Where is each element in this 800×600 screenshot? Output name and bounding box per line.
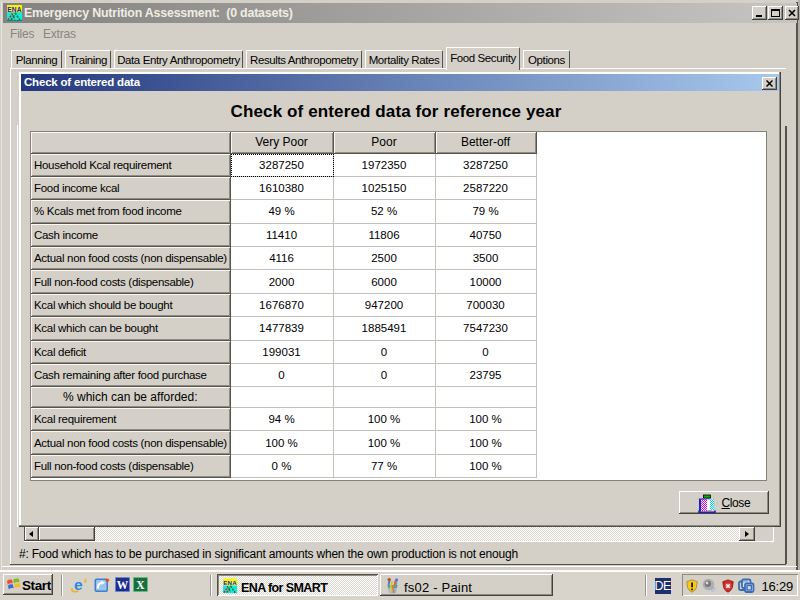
svg-text:X: X (136, 579, 145, 591)
svg-text:ENA: ENA (223, 579, 237, 586)
svg-text:W: W (117, 579, 129, 591)
svg-text:ENA: ENA (7, 6, 22, 13)
